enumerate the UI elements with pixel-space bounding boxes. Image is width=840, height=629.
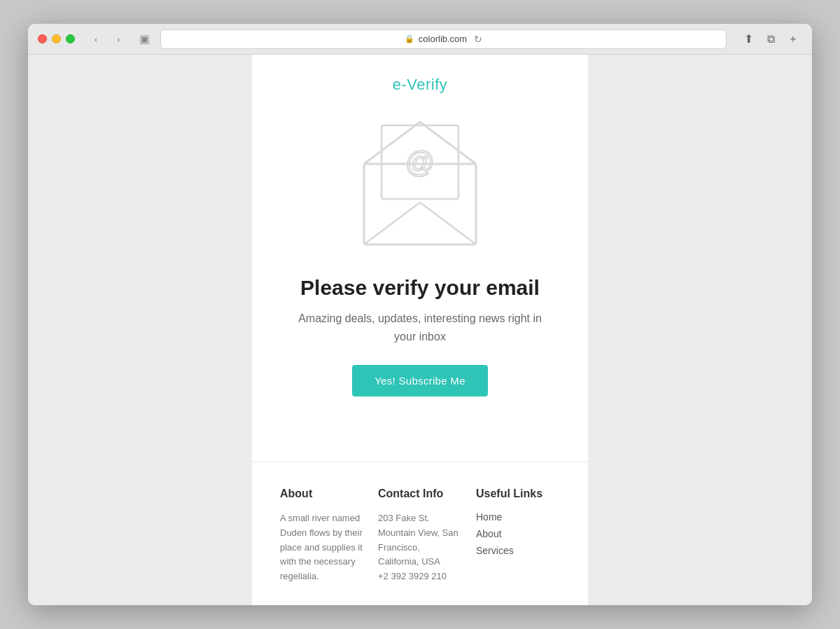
footer-contact-title: Contact Info	[378, 488, 462, 500]
main-heading: Please verify your email	[300, 276, 540, 300]
footer-about-col: About A small river named Duden flows by…	[280, 488, 364, 584]
logo: e-Verify	[393, 76, 448, 94]
refresh-button[interactable]: ↻	[474, 34, 482, 45]
footer-link-home[interactable]: Home	[476, 511, 560, 523]
envelope-illustration: @	[343, 115, 497, 255]
close-button[interactable]	[38, 34, 47, 43]
footer-contact-col: Contact Info 203 Fake St. Mountain View,…	[378, 488, 462, 584]
traffic-lights	[38, 34, 75, 43]
main-subtext: Amazing deals, updates, interesting news…	[298, 310, 542, 345]
browser-titlebar: ‹ › ▣ 🔒 colorlib.com ↻ ⬆ ⧉ +	[28, 24, 812, 55]
forward-button[interactable]: ›	[108, 32, 128, 47]
footer-link-services[interactable]: Services	[476, 545, 560, 556]
share-button[interactable]: ⬆	[739, 32, 757, 47]
svg-text:@: @	[405, 146, 435, 179]
nav-buttons: ‹ ›	[86, 32, 128, 47]
footer: About A small river named Duden flows by…	[252, 462, 588, 605]
minimize-button[interactable]	[52, 34, 61, 43]
footer-link-about[interactable]: About	[476, 528, 560, 539]
address-bar[interactable]: 🔒 colorlib.com ↻	[160, 29, 727, 49]
footer-links-col: Useful Links Home About Services	[476, 488, 560, 584]
footer-links-title: Useful Links	[476, 488, 560, 500]
lock-icon: 🔒	[405, 34, 414, 43]
page-wrapper: e-Verify @	[252, 55, 588, 605]
browser-content: e-Verify @	[28, 55, 812, 605]
subscribe-button[interactable]: Yes! Subscribe Me	[352, 365, 488, 396]
url-text: colorlib.com	[419, 34, 467, 44]
footer-contact-phone: +2 392 3929 210	[378, 569, 462, 584]
footer-contact-address: 203 Fake St. Mountain View, San Francisc…	[378, 511, 462, 569]
new-tab-button[interactable]: ⧉	[762, 32, 780, 47]
svg-line-3	[364, 202, 420, 244]
reader-button[interactable]: ▣	[135, 32, 153, 47]
main-content: e-Verify @	[252, 55, 588, 462]
footer-about-text: A small river named Duden flows by their…	[280, 511, 364, 584]
back-button[interactable]: ‹	[86, 32, 106, 47]
add-button[interactable]: +	[784, 32, 802, 47]
svg-line-4	[420, 202, 476, 244]
browser-window: ‹ › ▣ 🔒 colorlib.com ↻ ⬆ ⧉ + e-Verify	[28, 24, 812, 605]
footer-about-title: About	[280, 488, 364, 500]
toolbar-right: ⬆ ⧉ +	[739, 32, 802, 47]
maximize-button[interactable]	[66, 34, 75, 43]
